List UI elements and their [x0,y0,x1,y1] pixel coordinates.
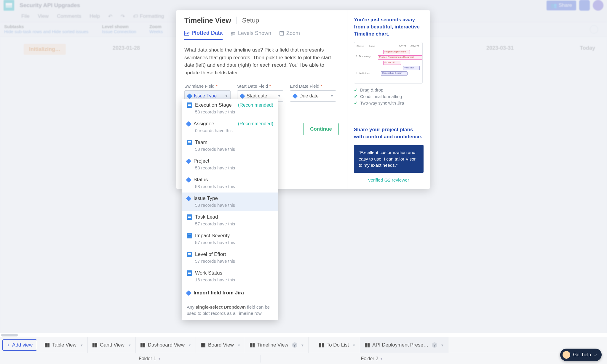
sidebar-headline: You're just seconds away from a beautifu… [354,16,424,37]
view-tab-label: Dashboard View [148,342,185,348]
chevron-down-icon[interactable]: ▾ [301,343,304,347]
help-icon[interactable]: ? [432,342,437,348]
plus-icon: + [7,342,10,348]
h-scrollbar[interactable] [0,333,607,337]
testimonial-attribution: verified G2 reviewer [354,177,424,183]
view-icon [365,343,370,348]
dropdown-item-team[interactable]: Team58 records have this [182,137,278,155]
view-tab-timeline-view[interactable]: Timeline View?▾ [245,337,309,353]
chevron-down-icon[interactable]: ▾ [441,343,443,347]
continue-button[interactable]: Continue [303,123,339,135]
list-field-icon [187,233,192,238]
tab-plotted-data[interactable]: Plotted Data [184,30,223,40]
startdate-label: Start Date Field * [237,84,283,89]
dropdown-item-label: Project [194,158,209,164]
dropdown-item-task-lead[interactable]: Task Lead57 records have this [182,211,278,230]
chart-icon [184,31,189,36]
view-icon [250,343,255,348]
view-icon [45,343,50,348]
add-view-label: Add view [12,342,33,348]
list-field-icon [187,270,192,276]
get-help-button[interactable]: Get help ⤢ [560,349,602,361]
tab-label: Zoom [286,30,300,36]
jira-icon [186,177,191,182]
check-icon: ✓ [354,94,358,99]
testimonial-quote: "Excellent customization and easy to use… [354,145,424,173]
view-tab-board-view[interactable]: Board View▾ [196,337,245,353]
view-tab-dashboard-view[interactable]: Dashboard View▾ [136,337,196,353]
dropdown-item-sub: 58 records have this [187,184,273,191]
enddate-label: End Date Field * [290,84,336,89]
folder-2[interactable]: Folder 2▾ [261,356,483,361]
chevron-down-icon: ▾ [159,357,160,361]
dropdown-item-label: Status [194,177,208,183]
view-tab-gantt-view[interactable]: Gantt View▾ [88,337,136,353]
view-tab-to-do-list[interactable]: To Do List▾ [314,337,360,353]
modal-sidebar: You're just seconds away from a beautifu… [347,10,430,189]
select-value: Issue Type [194,93,217,99]
check-label: Drag & drop [360,88,383,92]
view-tab-label: Gantt View [100,342,124,348]
dropdown-item-sub: 57 records have this [187,240,273,247]
chevron-down-icon[interactable]: ▾ [189,343,191,347]
view-tab-label: API Deployment Prese… [372,342,428,348]
swimlane-label: Swimlane Field * [184,84,231,89]
jira-icon [186,121,191,126]
select-value: Start date [247,93,267,99]
dropdown-item-level-of-effort[interactable]: Level of Effort57 records have this [182,248,278,267]
chevron-down-icon[interactable]: ▾ [353,343,355,347]
view-tab-label: Board View [208,342,234,348]
dropdown-item-sub: 58 records have this [187,109,273,117]
view-tab-table-view[interactable]: Table View▾ [40,337,88,353]
jira-icon [186,158,191,164]
dropdown-item-sub: 16 records have this [187,277,273,285]
title-separator [237,17,237,24]
enddate-select[interactable]: Due date ▾ [290,90,336,102]
dropdown-item-issue-type[interactable]: Issue Type58 records have this [182,193,278,211]
dropdown-footer: Any single-select Dropdown field can be … [182,300,278,320]
view-tab-api-deployment-prese[interactable]: API Deployment Prese…?▾ [360,337,448,353]
swimlane-dropdown: Execution Stage(Recommended)58 records h… [182,99,278,320]
dropdown-item-execution-stage[interactable]: Execution Stage(Recommended)58 records h… [182,99,278,118]
view-tab-label: To Do List [327,342,349,348]
chevron-down-icon: ▾ [331,94,333,98]
bottom-bar: +Add view Table View▾Gantt View▾Dashboar… [0,333,607,364]
dropdown-item-project[interactable]: Project58 records have this [182,155,278,174]
dropdown-item-sub: 57 records have this [187,221,273,229]
check-icon: ✓ [354,101,358,105]
list-field-icon [187,214,192,220]
modal-subtitle: Setup [242,17,259,24]
view-icon [319,343,324,348]
jira-icon [292,93,298,99]
add-view-button[interactable]: +Add view [2,339,37,351]
help-icon[interactable]: ? [292,342,297,348]
dropdown-item-assignee[interactable]: Assignee(Recommended)0 records have this [182,118,278,137]
chevron-down-icon[interactable]: ▾ [81,343,83,347]
chevron-down-icon[interactable]: ▾ [129,343,131,347]
get-help-label: Get help [573,352,591,357]
dropdown-item-impact-severity[interactable]: Impact Severity57 records have this [182,230,278,248]
jira-icon [186,196,191,201]
view-icon [92,343,98,348]
modal-title: Timeline View [184,16,231,25]
modal-description: What data should the timeline use? Pick … [184,46,339,76]
chevron-down-icon[interactable]: ▾ [238,343,240,347]
dropdown-item-sub: 57 records have this [187,259,273,266]
dropdown-item-sub: 58 records have this [187,203,273,210]
tab-zoom[interactable]: Zoom [279,30,300,39]
chevron-down-icon: ▾ [226,94,227,98]
folder-1[interactable]: Folder 1▾ [39,356,261,361]
dropdown-item-sub: 58 records have this [187,165,273,173]
dropdown-item-status[interactable]: Status58 records have this [182,174,278,193]
tab-label: Levels Shown [238,30,271,36]
dropdown-item-work-status[interactable]: Work Status16 records have this [182,267,278,286]
tab-levels-shown[interactable]: Levels Shown [231,30,271,39]
import-field-from-jira[interactable]: Import field from Jira [182,286,278,300]
calendar-icon [279,31,284,36]
select-value: Due date [299,93,319,99]
layers-icon [231,31,236,36]
modal-tabs: Plotted Data Levels Shown Zoom [184,30,339,40]
dropdown-item-sub: 58 records have this [187,147,273,154]
scrollbar-thumb[interactable] [1,334,18,336]
help-avatar-icon [563,351,570,359]
